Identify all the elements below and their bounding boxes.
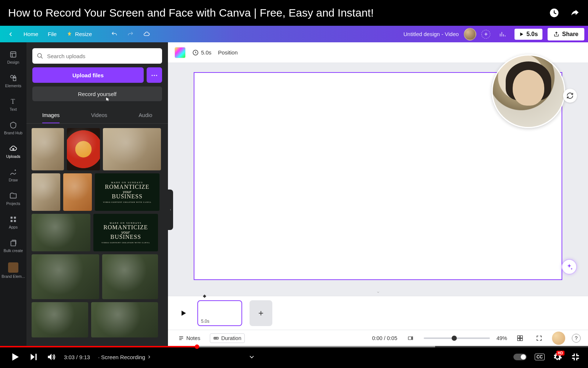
duration-icon <box>213 335 219 341</box>
home-button[interactable]: Home <box>20 29 42 39</box>
rail-label: Uploads <box>6 154 21 159</box>
yt-autoplay-toggle[interactable] <box>513 354 527 360</box>
upload-thumb[interactable] <box>32 302 88 337</box>
yt-progress-track[interactable] <box>0 346 588 347</box>
rail-apps[interactable]: Apps <box>0 212 26 233</box>
svg-marker-5 <box>13 75 16 78</box>
svg-rect-19 <box>412 337 413 338</box>
record-yourself-button[interactable]: Record yourself <box>32 86 162 101</box>
timeline: ◆ 5.0s + <box>168 296 588 330</box>
timeline-collapse-toggle[interactable] <box>168 289 588 296</box>
watch-later-icon[interactable] <box>549 8 559 18</box>
assistant-avatar[interactable] <box>552 332 565 345</box>
redo-button[interactable] <box>123 29 137 40</box>
user-avatar[interactable] <box>464 28 476 40</box>
upload-thumb[interactable] <box>63 173 92 211</box>
present-button[interactable]: 5.0s <box>514 29 542 40</box>
yt-time-display: 3:03 / 9:13 <box>64 354 90 360</box>
upload-thumb[interactable] <box>67 128 100 170</box>
tab-videos[interactable]: Videos <box>91 112 107 123</box>
rail-uploads[interactable]: Uploads <box>0 141 26 162</box>
svg-rect-10 <box>11 220 13 222</box>
upload-thumb[interactable]: MADE ON SUNDAYS ROMANTICIZE your BUSINES… <box>95 173 159 211</box>
clip-timing-button[interactable]: 5.0s <box>192 49 211 56</box>
svg-rect-12 <box>11 241 16 246</box>
view-mode-button[interactable] <box>404 334 417 343</box>
rail-label: Brand Hub <box>4 131 22 135</box>
yt-volume-button[interactable] <box>46 352 56 362</box>
fullscreen-button[interactable] <box>533 333 545 343</box>
zoom-slider[interactable] <box>424 337 490 339</box>
svg-rect-27 <box>35 354 36 360</box>
grid-view-button[interactable] <box>514 333 526 343</box>
undo-button[interactable] <box>107 29 121 40</box>
rail-design[interactable]: Design <box>0 47 26 68</box>
tab-audio[interactable]: Audio <box>139 112 152 123</box>
rail-text[interactable]: T Text <box>0 94 26 115</box>
clip-duration-label: 5.0s <box>201 319 209 324</box>
duration-button[interactable]: Duration <box>210 333 245 343</box>
timeline-play-button[interactable] <box>177 307 190 320</box>
add-collaborator-button[interactable]: + <box>481 30 490 39</box>
upload-thumb[interactable] <box>91 302 158 337</box>
uploads-gallery: MADE ON SUNDAYS ROMANTICIZE your BUSINES… <box>26 124 168 346</box>
upload-more-options[interactable]: ⋯ <box>147 67 162 83</box>
tab-images[interactable]: Images <box>42 112 60 123</box>
share-button[interactable]: Share <box>548 28 584 40</box>
playhead-marker[interactable]: ◆ <box>203 293 206 298</box>
add-page-button[interactable]: + <box>250 300 272 326</box>
upload-thumb[interactable] <box>32 173 60 211</box>
svg-rect-20 <box>412 338 413 339</box>
back-button[interactable] <box>4 29 18 40</box>
analytics-icon[interactable] <box>495 29 509 40</box>
refresh-button[interactable] <box>563 89 577 103</box>
search-uploads[interactable] <box>32 48 162 64</box>
yt-chapter-menu[interactable] <box>248 353 255 361</box>
yt-play-button[interactable] <box>10 351 21 362</box>
page-color-swatch[interactable] <box>175 47 186 58</box>
rail-bulk-create[interactable]: Bulk create <box>0 235 26 256</box>
timeline-clip[interactable]: 5.0s <box>197 300 242 326</box>
file-menu[interactable]: File <box>44 29 60 39</box>
svg-line-14 <box>41 57 43 59</box>
position-button[interactable]: Position <box>218 49 237 56</box>
notes-label: Notes <box>186 335 200 341</box>
yt-exit-fullscreen-button[interactable] <box>570 352 581 362</box>
upload-files-button[interactable]: Upload files <box>32 67 144 83</box>
upload-thumb[interactable] <box>32 254 99 299</box>
document-title[interactable]: Untitled design - Video <box>404 31 459 37</box>
share-arrow-icon[interactable] <box>570 8 580 18</box>
upload-thumb[interactable]: MADE ON SUNDAYS ROMANTICIZE your BUSINES… <box>93 214 158 251</box>
rail-brand-elements[interactable]: Brand Elem... <box>0 259 26 282</box>
yt-settings-button[interactable]: HD <box>553 352 562 362</box>
upload-thumb[interactable] <box>32 128 64 170</box>
upload-thumb[interactable] <box>32 214 90 251</box>
zoom-slider-thumb[interactable] <box>452 336 457 341</box>
yt-subtitles-button[interactable]: CC <box>535 354 545 360</box>
grid-icon <box>517 335 523 342</box>
chevron-right-icon <box>147 354 152 360</box>
yt-next-button[interactable] <box>29 352 38 362</box>
search-input[interactable] <box>47 53 158 59</box>
help-button[interactable]: ? <box>572 334 581 343</box>
rail-projects[interactable]: Projects <box>0 188 26 209</box>
resize-button[interactable]: Resize <box>62 29 96 40</box>
canvas-page[interactable] <box>194 72 562 280</box>
rail-label: Apps <box>9 225 18 229</box>
refresh-icon <box>566 92 574 99</box>
rail-elements[interactable]: Elements <box>0 70 26 92</box>
yt-scrubber[interactable] <box>195 344 199 349</box>
svg-marker-1 <box>520 32 523 36</box>
magic-button[interactable] <box>562 259 577 275</box>
rail-label: Text <box>10 107 17 112</box>
svg-rect-8 <box>11 217 13 219</box>
rail-draw[interactable]: Draw <box>0 164 26 186</box>
upload-thumb[interactable] <box>102 254 158 299</box>
svg-point-7 <box>15 170 16 171</box>
rail-brandhub[interactable]: Brand Hub <box>0 117 26 139</box>
resize-label: Resize <box>75 31 92 37</box>
cloud-sync-icon[interactable] <box>140 29 154 40</box>
upload-thumb[interactable] <box>103 128 161 170</box>
yt-chapter-link[interactable]: · Screen Recording <box>98 354 152 360</box>
notes-button[interactable]: Notes <box>175 334 203 343</box>
